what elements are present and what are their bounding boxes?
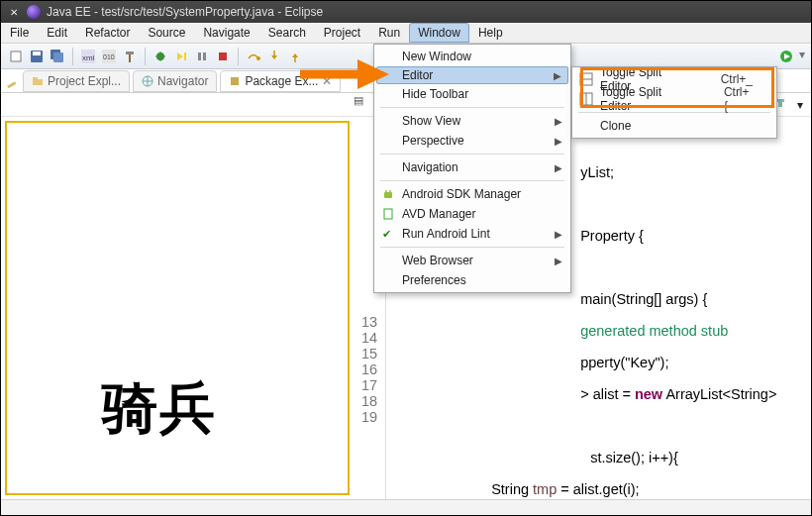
navigator-icon — [142, 75, 153, 87]
binary-icon[interactable]: 010 — [100, 48, 118, 65]
svg-rect-4 — [53, 52, 63, 62]
menu-separator — [380, 247, 564, 248]
menu-edit[interactable]: Edit — [38, 23, 76, 43]
view-label: Navigator — [157, 74, 208, 88]
left-highlight-panel: 骑兵 — [5, 121, 350, 495]
svg-rect-10 — [126, 52, 134, 54]
menu-search[interactable]: Search — [259, 23, 315, 43]
submenu-arrow-icon: ▶ — [555, 162, 562, 173]
android-icon — [381, 187, 395, 201]
svg-rect-9 — [129, 53, 131, 62]
svg-rect-2 — [33, 52, 41, 55]
menu-separator — [380, 180, 564, 181]
split-horizontal-icon — [579, 72, 593, 86]
svg-text:010: 010 — [103, 53, 115, 60]
submenu-arrow-icon: ▶ — [555, 256, 562, 266]
view-navigator[interactable]: Navigator — [133, 70, 217, 92]
svg-rect-27 — [231, 77, 239, 85]
menu-bar: File Edit Refactor Source Navigate Searc… — [1, 23, 811, 44]
menu-refactor[interactable]: Refactor — [76, 23, 139, 43]
title-bar: ✕ Java EE - test/src/test/SystemProperty… — [1, 1, 811, 23]
window-close-icon[interactable]: ✕ — [7, 5, 21, 19]
watermark-text: 骑兵 — [102, 371, 217, 447]
svg-rect-17 — [219, 52, 227, 60]
device-icon — [381, 207, 395, 221]
menu-item-clone[interactable]: Clone — [574, 116, 774, 136]
menu-item-hide-toolbar[interactable]: Hide Toolbar — [376, 84, 568, 104]
svg-point-34 — [389, 190, 391, 192]
package-icon — [229, 75, 241, 87]
menu-item-avd-manager[interactable]: AVD Manager — [376, 204, 568, 224]
svg-rect-15 — [198, 52, 201, 60]
menu-file[interactable]: File — [1, 23, 38, 43]
window-title: Java EE - test/src/test/SystemProperty.j… — [47, 5, 323, 19]
split-vertical-icon — [579, 92, 593, 106]
view-package-explorer[interactable]: Package Ex... ✕ — [220, 70, 341, 92]
view-menu-icon[interactable]: ▾ — [797, 98, 803, 112]
view-label: Package Ex... — [245, 74, 318, 88]
hammer-icon[interactable] — [121, 48, 139, 65]
svg-rect-16 — [203, 52, 206, 60]
submenu-arrow-icon: ▶ — [555, 116, 562, 127]
toggle-breadcrumb-icon[interactable]: ▤ — [354, 94, 363, 107]
svg-rect-32 — [384, 192, 392, 198]
menu-window[interactable]: Window — [409, 23, 469, 43]
save-icon[interactable] — [28, 48, 46, 65]
menu-item-new-window[interactable]: New Window — [376, 47, 568, 66]
menu-item-android-sdk[interactable]: Android SDK Manager — [376, 184, 568, 204]
status-bar — [1, 499, 811, 515]
stop-icon[interactable] — [214, 48, 232, 65]
submenu-arrow-icon: ▶ — [555, 136, 562, 147]
editor-submenu: Toggle Split EditorCtrl+_ Toggle Split E… — [571, 66, 777, 139]
menu-help[interactable]: Help — [469, 23, 512, 43]
svg-rect-0 — [11, 52, 21, 61]
step-return-icon[interactable] — [286, 48, 304, 65]
window-menu: New Window Editor▶ Hide Toolbar Show Vie… — [373, 44, 571, 293]
toolbar-overflow: ▾ — [777, 48, 805, 65]
svg-text:xml: xml — [82, 53, 95, 62]
svg-rect-21 — [7, 81, 16, 88]
svg-rect-31 — [778, 102, 782, 107]
menu-item-web-browser[interactable]: Web Browser▶ — [376, 251, 568, 270]
menu-separator — [380, 107, 564, 108]
menu-navigate[interactable]: Navigate — [194, 23, 258, 43]
eclipse-icon — [27, 5, 41, 19]
svg-point-18 — [256, 56, 260, 60]
menu-item-navigation[interactable]: Navigation▶ — [376, 157, 568, 177]
menu-item-editor[interactable]: Editor▶ — [376, 66, 568, 84]
submenu-arrow-icon: ▶ — [555, 229, 562, 240]
menu-item-preferences[interactable]: Preferences — [376, 270, 568, 290]
menu-item-toggle-split-v[interactable]: Toggle Split EditorCtrl+{ — [574, 89, 774, 109]
menu-run[interactable]: Run — [369, 23, 409, 43]
menu-separator — [380, 154, 564, 155]
edit-views-icon[interactable] — [5, 74, 19, 88]
pause-icon[interactable] — [193, 48, 211, 65]
menu-item-run-lint[interactable]: ✔ Run Android Lint▶ — [376, 224, 568, 244]
view-project-explorer[interactable]: Project Expl... — [23, 70, 130, 92]
run-button[interactable] — [777, 48, 795, 65]
debug-icon[interactable] — [152, 48, 169, 65]
dropdown-icon[interactable]: ▾ — [799, 48, 805, 65]
svg-rect-23 — [33, 77, 38, 80]
menu-item-perspective[interactable]: Perspective▶ — [376, 131, 568, 151]
skip-icon[interactable] — [172, 48, 190, 65]
menu-project[interactable]: Project — [315, 23, 369, 43]
view-label: Project Expl... — [48, 74, 121, 88]
close-icon[interactable]: ✕ — [322, 74, 332, 88]
folder-icon — [32, 75, 44, 87]
save-all-icon[interactable] — [49, 48, 66, 65]
check-icon: ✔ — [382, 228, 391, 241]
step-over-icon[interactable] — [245, 48, 262, 65]
svg-rect-35 — [384, 209, 392, 219]
submenu-arrow-icon: ▶ — [554, 70, 561, 81]
xml-icon[interactable]: xml — [79, 48, 97, 65]
menu-source[interactable]: Source — [139, 23, 194, 43]
svg-rect-14 — [184, 52, 186, 60]
menu-item-show-view[interactable]: Show View▶ — [376, 111, 568, 131]
step-into-icon[interactable] — [265, 48, 283, 65]
svg-point-33 — [385, 190, 387, 192]
svg-rect-30 — [776, 99, 784, 102]
new-icon[interactable] — [7, 48, 25, 65]
